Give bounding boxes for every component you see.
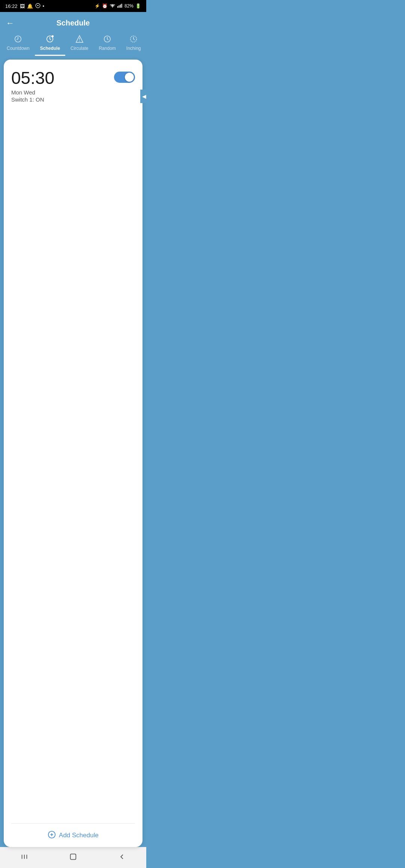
- schedule-info: 05:30 Mon Wed Switch 1: ON: [11, 69, 54, 103]
- gallery-icon: 🖼: [20, 3, 25, 9]
- tab-bar: Countdown Schedule Circulate: [0, 32, 146, 56]
- alarm-icon: ⏰: [102, 3, 108, 9]
- tab-circulate-label: Circulate: [70, 46, 88, 51]
- add-schedule-row[interactable]: Add Schedule: [11, 823, 135, 847]
- tab-circulate[interactable]: Circulate: [65, 32, 93, 55]
- nav-home-button[interactable]: [64, 850, 82, 864]
- add-schedule-icon: [48, 831, 56, 840]
- bottom-nav: [0, 847, 146, 868]
- battery-icon: 🔋: [135, 3, 141, 9]
- tab-random-label: Random: [99, 46, 116, 51]
- back-button[interactable]: ←: [6, 18, 14, 28]
- card-spacer: [11, 109, 135, 823]
- battery-display: 82%: [124, 3, 134, 9]
- schedule-toggle[interactable]: [114, 72, 135, 83]
- svg-rect-4: [121, 4, 122, 8]
- status-bar: 16:22 🖼 🔔 • ⚡ ⏰ 82% 🔋: [0, 0, 146, 12]
- content-area: 05:30 Mon Wed Switch 1: ON Add Schedule: [0, 56, 146, 847]
- schedule-icon: [46, 35, 54, 44]
- schedule-toggle-container[interactable]: [114, 72, 135, 83]
- tab-random[interactable]: Random: [93, 32, 121, 55]
- toggle-knob: [125, 73, 134, 82]
- svg-point-7: [52, 35, 54, 37]
- time-display: 16:22: [5, 3, 18, 9]
- tab-astronomor[interactable]: Astronom: [146, 32, 147, 55]
- nav-back-button[interactable]: [112, 850, 131, 864]
- svg-rect-2: [118, 5, 119, 7]
- tab-countdown-label: Countdown: [7, 46, 30, 51]
- nav-recent-button[interactable]: [15, 850, 34, 864]
- tab-inching-label: Inching: [126, 46, 141, 51]
- tab-schedule[interactable]: Schedule: [35, 32, 65, 56]
- circulate-icon: [75, 35, 84, 44]
- tab-countdown[interactable]: Countdown: [2, 32, 35, 55]
- bell-icon: 🔔: [27, 3, 33, 9]
- schedule-card: 05:30 Mon Wed Switch 1: ON Add Schedule: [4, 60, 142, 847]
- page-title: Schedule: [57, 19, 90, 27]
- sim-icon: ⚡: [94, 3, 100, 9]
- schedule-action: Switch 1: ON: [11, 96, 54, 103]
- schedule-time: 05:30: [11, 69, 54, 88]
- schedule-days: Mon Wed: [11, 89, 54, 96]
- signal-icon: [117, 3, 123, 9]
- whatsapp-icon: [35, 3, 40, 9]
- tab-schedule-label: Schedule: [40, 46, 60, 51]
- wifi-icon: [110, 3, 116, 9]
- tab-inching[interactable]: Inching: [121, 32, 146, 55]
- countdown-icon: [14, 35, 22, 44]
- status-left: 16:22 🖼 🔔 •: [5, 3, 44, 9]
- random-icon: [103, 35, 111, 44]
- dot-icon: •: [43, 3, 45, 9]
- svg-rect-1: [117, 6, 118, 7]
- app-header: ← Schedule: [0, 12, 146, 32]
- schedule-item[interactable]: 05:30 Mon Wed Switch 1: ON: [11, 69, 135, 109]
- status-right: ⚡ ⏰ 82% 🔋: [94, 3, 141, 9]
- inching-icon: [129, 35, 138, 44]
- svg-rect-28: [70, 854, 76, 860]
- add-schedule-label: Add Schedule: [59, 832, 99, 839]
- svg-rect-3: [120, 4, 121, 7]
